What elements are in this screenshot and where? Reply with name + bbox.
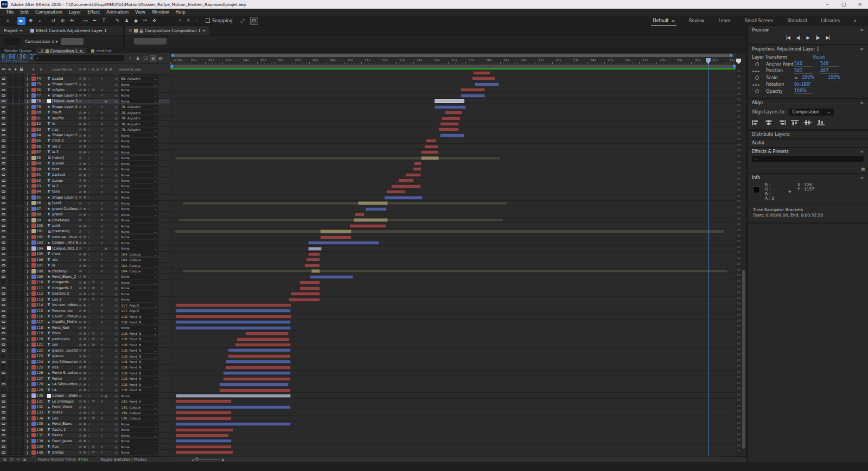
layer-bar[interactable] [304,264,320,268]
collapse-icon[interactable]: ❋ [82,224,87,228]
solo-toggle[interactable] [12,297,18,302]
layer-bar[interactable] [223,371,291,375]
new-preset-icon[interactable]: ▤ [861,167,865,171]
collapse-icon[interactable] [82,230,87,233]
visibility-toggle[interactable] [0,315,7,317]
solo-toggle[interactable] [12,326,18,330]
collapse-icon[interactable]: ❋ [82,144,87,148]
frame-blend-icon[interactable] [95,388,100,392]
menu-window[interactable]: Window [149,10,173,15]
visibility-toggle[interactable] [0,145,7,148]
solo-toggle[interactable] [12,229,18,233]
parent-link-select[interactable]: 104. Calque⌄ [119,252,158,256]
keyframe-nav-icon[interactable]: ◀ ◆ ▶ [752,69,760,73]
lock-toggle[interactable] [18,297,24,302]
fx-badge[interactable] [91,320,95,324]
lock-toggle[interactable] [18,138,24,143]
parent-link-select[interactable]: None⌄ [119,184,158,188]
frame-blend-icon[interactable] [95,416,100,420]
solo-toggle[interactable] [12,422,18,426]
layer-name[interactable]: d'infos [52,450,78,455]
audio-toggle[interactable] [7,201,12,205]
layer-name[interactable]: petit [52,224,78,228]
parent-pickwhip-icon[interactable]: ◎ [113,399,119,403]
menu-animation[interactable]: Animation [103,10,132,15]
label-chip[interactable] [30,422,36,426]
audio-toggle[interactable] [7,122,12,126]
frame-blend-icon[interactable] [95,450,100,454]
layer-bar[interactable] [308,247,322,251]
audio-toggle[interactable] [7,235,12,239]
panel-menu-icon[interactable]: ≡ [202,28,206,33]
visibility-toggle[interactable] [0,361,7,363]
layer-name[interactable]: fines [52,331,78,335]
motion-blur-icon[interactable]: ✐ [100,111,104,114]
layer-name[interactable]: des Silhouettes [52,360,78,364]
layer-bar[interactable] [440,122,459,126]
label-chip[interactable] [30,275,36,279]
fx-badge[interactable] [91,156,95,160]
lock-toggle[interactable] [18,133,24,137]
audio-toggle[interactable] [7,218,12,222]
label-chip[interactable] [30,320,36,324]
fx-badge[interactable] [91,394,95,398]
snap-option-icon-0[interactable]: ⤢ [239,17,247,25]
frame-blend-icon[interactable] [95,286,100,290]
twirl-icon[interactable]: ❯ [24,162,30,166]
solo-toggle[interactable] [12,314,18,319]
lock-toggle[interactable] [18,218,24,222]
quality-icon[interactable]: ∕ [87,332,91,335]
motion-blur-icon[interactable]: ✐ [100,128,104,131]
layer-name[interactable]: Aiguille_Metro [52,320,78,324]
quality-icon[interactable]: ∕ [87,264,91,268]
shy-icon[interactable]: ✇ [78,184,82,188]
twirl-icon[interactable]: ❯ [24,139,30,143]
lock-toggle[interactable] [18,309,24,313]
hand-tool[interactable]: ✥ [27,17,35,25]
collapse-icon[interactable]: ❋ [82,348,87,352]
parent-link-select[interactable]: None⌄ [119,229,158,233]
motion-blur-icon[interactable]: ✐ [100,162,104,166]
shy-icon[interactable]: ✇ [78,281,82,284]
solo-toggle[interactable] [12,399,18,404]
motion-blur-icon[interactable]: ✐ [100,343,104,347]
fx-badge[interactable] [91,207,95,211]
adjustment-layer-icon[interactable] [104,133,108,137]
quality-icon[interactable]: ∕ [87,281,91,284]
shy-icon[interactable]: ✇ [78,122,82,126]
solo-toggle[interactable] [12,93,18,98]
fx-badge[interactable] [91,122,95,126]
lock-toggle[interactable] [18,291,24,296]
motion-blur-icon[interactable]: ✐ [100,394,104,398]
fx-badge[interactable] [91,371,95,375]
solo-toggle[interactable] [12,309,18,313]
frame-blend-icon[interactable] [95,439,100,443]
layer-bar[interactable] [413,167,422,171]
parent-pickwhip-icon[interactable]: ◎ [113,360,119,364]
twirl-icon[interactable]: ❯ [24,252,30,256]
navigator-start-handle[interactable] [171,54,174,57]
frame-blend-icon[interactable] [95,411,100,415]
property-value[interactable]: 540 [794,61,813,67]
solo-toggle[interactable] [12,189,18,194]
quality-icon[interactable]: ∕ [87,111,91,114]
align-right-button[interactable] [778,120,786,126]
label-chip[interactable] [30,156,36,160]
layer-bar[interactable] [299,281,320,284]
fx-badge[interactable] [91,179,95,182]
audio-toggle[interactable] [7,99,12,103]
label-chip[interactable] [30,77,36,81]
motion-blur-icon[interactable]: ✐ [100,235,104,239]
quality-icon[interactable]: ∕ [87,224,91,228]
collapse-icon[interactable]: ❋ [82,439,87,443]
shy-icon[interactable]: ✇ [78,150,82,154]
motion-blur-icon[interactable] [100,439,104,443]
layer-bar[interactable] [320,236,352,239]
layer-bar[interactable] [398,179,414,182]
collapse-icon[interactable]: ❋ [82,411,87,415]
parent-link-select[interactable]: None⌄ [119,422,158,426]
twirl-icon[interactable]: ❯ [24,326,30,329]
parent-pickwhip-icon[interactable]: ◎ [113,388,119,392]
solo-toggle[interactable] [12,88,18,92]
shy-icon[interactable]: ✇ [78,371,82,375]
